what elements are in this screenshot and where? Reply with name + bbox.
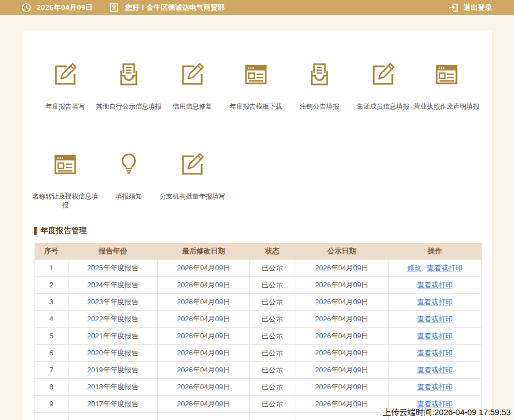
view-print-link[interactable]: 查看或打印 <box>417 332 453 340</box>
feature-report-template-download[interactable]: 年度报告模板下载 <box>224 61 288 111</box>
cell-ops: 查看或打印 <box>389 344 482 361</box>
view-print-link[interactable]: 查看或打印 <box>417 366 453 374</box>
cell-status: 已公示 <box>250 344 295 361</box>
table-row: 6 2020年年度报告 2026年04月09日 已公示 2026年04月09日 … <box>35 344 482 361</box>
edit-icon <box>370 61 396 88</box>
cell-year: 2022年年度报告 <box>68 310 158 327</box>
cell-status: 已公示 <box>250 327 295 344</box>
feature-label: 填报须知 <box>94 192 163 201</box>
cell-modified: 2026年04月09日 <box>158 344 250 361</box>
view-print-link[interactable]: 查看或打印 <box>417 383 453 391</box>
cell-status: 已公示 <box>250 276 295 293</box>
cell-status: 已公示 <box>250 259 295 276</box>
cell-status: 已公示 <box>250 310 295 327</box>
cell-ops: 查看或打印 <box>389 276 482 293</box>
feature-label: 名称转让及授权信息填报 <box>31 192 100 209</box>
cell-seq: 9 <box>35 395 68 412</box>
main-card: 年度报告填写 其他自行公示信息填报 信用信息修复 年度报告模板下载 注销公告填报… <box>22 31 492 420</box>
template-page-icon <box>52 151 78 178</box>
topbar: 2026年04月09日 您好！金牛区德诚达电气商贸部 退出登录 <box>0 0 514 15</box>
edit-icon <box>179 151 205 178</box>
feature-group-member-info[interactable]: 集团成员信息填报 <box>351 61 415 111</box>
view-print-link[interactable]: 查看或打印 <box>417 281 453 289</box>
certificate-icon <box>109 2 119 13</box>
feature-annual-report-fill[interactable]: 年度报告填写 <box>33 61 97 111</box>
feature-label: 集团成员信息填报 <box>349 102 418 111</box>
inbox-document-icon <box>116 61 142 88</box>
cell-year: 2018年年度报告 <box>68 378 158 395</box>
cell-publish: 2026年04月09日 <box>295 259 389 276</box>
template-page-icon <box>243 61 269 88</box>
table-row: 4 2022年年度报告 2026年04月09日 已公示 2026年04月09日 … <box>35 310 482 327</box>
annual-report-table: 序号 报告年份 最后修改日期 状态 公示日期 操作 1 2025年年度报告 20… <box>34 243 482 420</box>
feature-other-publicity-info[interactable]: 其他自行公示信息填报 <box>97 61 161 111</box>
feature-filing-instructions[interactable]: 填报须知 <box>97 151 161 209</box>
feature-label: 分支机构批量年报填写 <box>158 192 227 201</box>
cell-status: 已公示 <box>250 361 295 378</box>
topbar-date: 2026年04月09日 <box>37 3 93 13</box>
logout-button[interactable]: 退出登录 <box>448 2 492 13</box>
edit-icon <box>52 61 78 88</box>
feature-label: 信用信息修复 <box>158 102 227 111</box>
cell-publish: 2026年04月09日 <box>295 344 389 361</box>
cell-modified: 2026年04月09日 <box>158 361 250 378</box>
cell-seq: 1 <box>35 259 68 276</box>
column-header-status: 状态 <box>250 243 295 259</box>
cell-modified: 2026年04月09日 <box>158 259 250 276</box>
cell-seq: 6 <box>35 344 68 361</box>
upload-cloud-timestamp: 上传云端时间:2026-04-09 17:59:53 <box>383 407 511 418</box>
feature-credit-repair[interactable]: 信用信息修复 <box>161 61 224 111</box>
table-row: 2 2024年年度报告 2026年04月09日 已公示 2026年04月09日 … <box>35 276 482 293</box>
cell-year: 2020年年度报告 <box>68 344 158 361</box>
feature-label: 注销公告填报 <box>285 102 354 111</box>
feature-cancellation-notice[interactable]: 注销公告填报 <box>288 61 351 111</box>
cell-status: 已公示 <box>250 378 295 395</box>
feature-label: 年度报告填写 <box>31 102 100 111</box>
cell-year: 2021年年度报告 <box>68 327 158 344</box>
cell-publish: 2026年04月09日 <box>295 276 389 293</box>
table-row: 1 2025年年度报告 2026年04月09日 已公示 2026年04月09日 … <box>35 259 482 276</box>
cell-seq: 5 <box>35 327 68 344</box>
cell-year: 2019年年度报告 <box>68 361 158 378</box>
table-row: 3 2023年年度报告 2026年04月09日 已公示 2026年04月09日 … <box>35 293 482 310</box>
feature-name-transfer-auth[interactable]: 名称转让及授权信息填报 <box>33 151 97 209</box>
edit-icon <box>179 61 205 88</box>
modify-link[interactable]: 修改 <box>407 264 421 272</box>
cell-ops: 查看或打印 <box>389 293 482 310</box>
cell-ops: 查看或打印 <box>389 310 482 327</box>
view-print-link[interactable]: 查看或打印 <box>417 400 453 408</box>
column-header-year: 报告年份 <box>68 243 158 259</box>
column-header-ops: 操作 <box>389 243 482 259</box>
inbox-document-icon <box>306 61 333 88</box>
section-title-text: 年度报告管理 <box>41 226 87 236</box>
cell-ops: 查看或打印 <box>389 327 482 344</box>
view-print-link[interactable]: 查看或打印 <box>417 298 453 306</box>
feature-row-1: 年度报告填写 其他自行公示信息填报 信用信息修复 年度报告模板下载 注销公告填报… <box>22 61 492 111</box>
view-print-link[interactable]: 查看或打印 <box>427 264 462 272</box>
feature-branch-batch-report[interactable]: 分支机构批量年报填写 <box>161 151 224 209</box>
feature-label: 营业执照作废声明填报 <box>412 102 481 111</box>
cell-modified: 2026年04月09日 <box>158 276 250 293</box>
cell-modified: 2026年04月09日 <box>158 310 250 327</box>
feature-row-2: 名称转让及授权信息填报 填报须知 分支机构批量年报填写 <box>22 151 492 209</box>
feature-license-invalidation[interactable]: 营业执照作废声明填报 <box>415 61 478 111</box>
cell-modified: 2026年04月09日 <box>158 327 250 344</box>
cell-seq: 4 <box>35 310 68 327</box>
view-print-link[interactable]: 查看或打印 <box>417 349 453 357</box>
cell-modified: 2026年04月09日 <box>158 378 250 395</box>
view-print-link[interactable]: 查看或打印 <box>417 315 453 323</box>
cell-seq: 7 <box>35 361 68 378</box>
cell-seq: 8 <box>35 378 68 395</box>
template-page-icon <box>433 61 460 88</box>
section-marker <box>34 227 37 235</box>
cell-modified: 2026年04月09日 <box>158 395 250 412</box>
cell-ops: 查看或打印 <box>389 361 482 378</box>
cell-publish: 2026年04月09日 <box>295 293 389 310</box>
cell-year: 2023年年度报告 <box>68 293 158 310</box>
column-header-modified: 最后修改日期 <box>158 243 250 259</box>
cell-year: 2017年年度报告 <box>68 395 158 412</box>
lightbulb-icon <box>116 151 142 178</box>
cell-publish: 2026年04月09日 <box>295 378 389 395</box>
report-section: 年度报告管理 序号 报告年份 最后修改日期 状态 公示日期 操作 1 <box>34 226 480 420</box>
table-header-row: 序号 报告年份 最后修改日期 状态 公示日期 操作 <box>35 243 482 259</box>
